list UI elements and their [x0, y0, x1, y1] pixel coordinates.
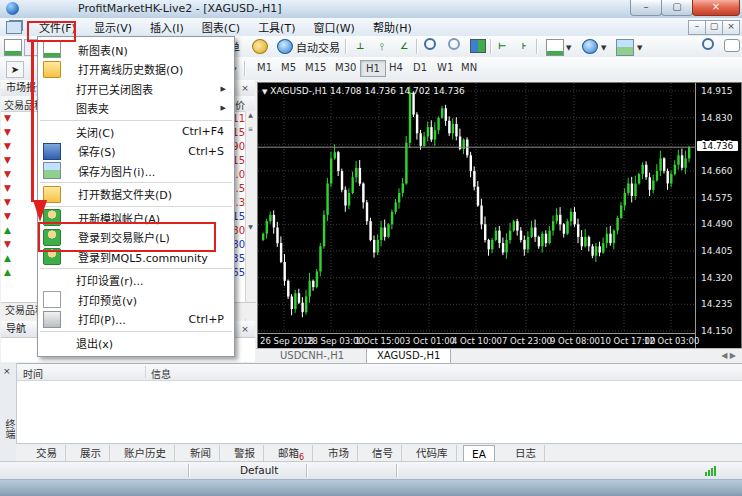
- candlestick-icon[interactable]: ⫯: [374, 39, 390, 54]
- file-menu-item-label: 图表夹: [76, 100, 109, 116]
- toolbox-tab-代码库[interactable]: 代码库: [408, 445, 457, 461]
- down-arrow-icon: ▼: [4, 113, 11, 123]
- toolbox-tab-展示[interactable]: 展示: [72, 445, 110, 461]
- message-column-header[interactable]: 信息: [151, 366, 171, 381]
- search-icon[interactable]: [700, 38, 716, 53]
- save-picture-icon: [43, 162, 61, 179]
- toolbox-tab-警报[interactable]: 警报: [226, 445, 264, 461]
- file-menu-item-5[interactable]: 保存(S)Ctrl+S: [38, 142, 234, 162]
- terminal-close-icon[interactable]: ×: [3, 366, 11, 376]
- market-watch-close-icon[interactable]: ×: [239, 82, 251, 94]
- file-menu-dropdown: 新图表(N)打开离线历史数据(O)打开已关闭图表▶图表夹▶关闭(C)Ctrl+F…: [37, 36, 235, 357]
- periods-clock-icon[interactable]: [582, 39, 598, 54]
- down-arrow-icon: ▼: [4, 141, 11, 151]
- zoom-out-icon[interactable]: [446, 38, 462, 53]
- timeframe-m1[interactable]: M1: [252, 60, 277, 75]
- file-menu-item-11[interactable]: 打印设置(r)...: [38, 271, 234, 291]
- timeframe-h1[interactable]: H1: [360, 60, 386, 77]
- menu-6[interactable]: 帮助(H): [364, 20, 421, 37]
- child-restore-button[interactable]: ▢: [705, 20, 723, 35]
- file-menu-item-3[interactable]: 图表夹▶: [38, 99, 234, 119]
- file-menu-item-label: 打开离线历史数据(O): [78, 61, 183, 77]
- time-column-header[interactable]: 时间: [23, 366, 43, 381]
- down-arrow-icon: ▼: [4, 239, 11, 249]
- price-tick-label: 14.830: [701, 113, 733, 123]
- folder-open-icon: [43, 61, 61, 78]
- title-bar: ProfitMarketHK-Live2 - [XAGUSD-,H1] – ▢ …: [0, 0, 742, 19]
- file-menu-item-1[interactable]: 打开离线历史数据(O): [38, 60, 234, 80]
- menu-5[interactable]: 窗口(W): [304, 20, 363, 37]
- timeframe-d1[interactable]: D1: [408, 60, 432, 75]
- toolbar-separator: [244, 61, 246, 76]
- timeframe-m5[interactable]: M5: [276, 60, 301, 75]
- timeframe-m30[interactable]: M30: [330, 60, 361, 75]
- time-tick-label: 4 Oct 10:00: [452, 336, 502, 346]
- toolbox-tab-新闻[interactable]: 新闻: [182, 445, 220, 461]
- cursor-icon[interactable]: ➤: [6, 61, 24, 78]
- child-minimize-button[interactable]: –: [688, 20, 706, 35]
- timeframe-w1[interactable]: W1: [432, 60, 458, 75]
- coins-icon[interactable]: [252, 39, 268, 54]
- menu-1[interactable]: 显示(V): [85, 20, 141, 37]
- file-menu-item-13[interactable]: 打印(P)...Ctrl+P: [38, 310, 234, 330]
- time-axis: 26 Sep 201828 Sep 03:001 Oct 15:003 Oct …: [258, 333, 695, 349]
- file-menu-item-4[interactable]: 关闭(C)Ctrl+F4: [38, 122, 234, 142]
- indicators-icon[interactable]: [546, 39, 564, 56]
- toolbox-tab-交易[interactable]: 交易: [28, 445, 66, 461]
- menu-3[interactable]: 图表(C): [193, 20, 249, 37]
- chart-canvas[interactable]: ▼ XAGUSD-,H1 14.708 14.736 14.702 14.736…: [257, 82, 742, 349]
- annotation-box-login-item: [38, 222, 216, 252]
- navigator-close-icon[interactable]: ×: [239, 323, 251, 335]
- file-menu-item-6[interactable]: 保存为图片(i)...: [38, 161, 234, 181]
- time-tick-label: 9 Oct 08:00: [550, 336, 600, 346]
- new-chart-icon[interactable]: [4, 39, 22, 56]
- templates-dropdown-arrow[interactable]: ▼: [637, 44, 642, 52]
- zoom-in-icon[interactable]: [422, 38, 438, 53]
- minimize-button[interactable]: –: [630, 0, 662, 16]
- chat-icon[interactable]: [724, 39, 740, 52]
- menu-4[interactable]: 工具(T): [249, 20, 304, 37]
- file-menu-item-12[interactable]: 打印预览(v): [38, 290, 234, 310]
- templates-icon[interactable]: [616, 39, 634, 56]
- periods-dropdown-arrow[interactable]: ▼: [601, 44, 606, 52]
- toolbox-tab-信号[interactable]: 信号: [364, 445, 402, 461]
- toolbox-tab-邮箱[interactable]: 邮箱6: [270, 445, 313, 461]
- file-menu-item-2[interactable]: 打开已关闭图表▶: [38, 79, 234, 99]
- status-bar: Default: [0, 461, 742, 480]
- chart-tab-scroll-arrows[interactable]: ◀ ▶: [721, 351, 736, 360]
- line-chart-icon[interactable]: ∠: [396, 39, 412, 54]
- up-arrow-icon: ▲: [4, 267, 11, 277]
- file-menu-item-0[interactable]: 新图表(N): [38, 40, 234, 60]
- toolbox-tab-账户历史[interactable]: 账户历史: [116, 445, 175, 461]
- up-arrow-icon: ▲: [4, 225, 11, 235]
- terminal-sidebar-label[interactable]: 终端: [2, 419, 17, 439]
- maximize-button[interactable]: ▢: [661, 0, 693, 16]
- chart-tab-usdcnhh1[interactable]: USDCNH-,H1: [270, 349, 354, 363]
- chart-tab-xagusdh1[interactable]: XAGUSD-,H1: [366, 349, 451, 364]
- timeframe-m15[interactable]: M15: [300, 60, 331, 75]
- child-close-button[interactable]: ×: [722, 20, 740, 35]
- indicators-dropdown-arrow[interactable]: ▼: [566, 44, 571, 52]
- menu-2[interactable]: 插入(I): [141, 20, 193, 37]
- chart-shift-icon[interactable]: ⊦: [516, 39, 532, 54]
- toolbox-tab-ea[interactable]: EA: [463, 445, 495, 462]
- toolbox-tab-日志[interactable]: 日志: [507, 445, 545, 461]
- timeframe-h4[interactable]: H4: [384, 60, 408, 75]
- timeframe-mn[interactable]: MN: [456, 60, 482, 75]
- child-window-icon[interactable]: [6, 21, 22, 34]
- shortcut-label: Ctrl+P: [189, 313, 224, 326]
- menu-separator: [40, 182, 232, 183]
- autotrade-button[interactable]: 自动交易: [296, 39, 340, 55]
- file-menu-item-14[interactable]: 退出(x): [38, 333, 234, 353]
- bar-chart-icon[interactable]: ⊥: [352, 39, 368, 54]
- chart-window: ▼ XAGUSD-,H1 14.708 14.736 14.702 14.736…: [256, 80, 742, 363]
- time-tick-label: 1 Oct 15:00: [355, 336, 405, 346]
- toolbox-tab-市场[interactable]: 市场: [320, 445, 358, 461]
- template-name: Default: [240, 464, 278, 476]
- tile-windows-icon[interactable]: [470, 39, 486, 53]
- close-button[interactable]: ×: [692, 0, 740, 16]
- terminal-sidebar: × 终端: [0, 363, 17, 461]
- autoscroll-icon[interactable]: ⊢: [494, 39, 510, 54]
- autotrade-icon[interactable]: [277, 39, 293, 54]
- file-menu-item-7[interactable]: 打开数据文件夹(D): [38, 185, 234, 205]
